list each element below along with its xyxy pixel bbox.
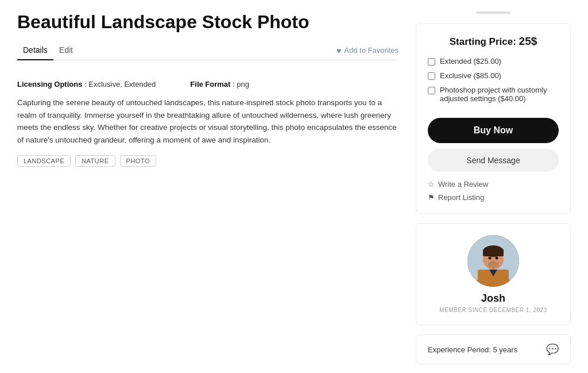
- seller-since: MEMBER SINCE DECEMBER 1, 2023: [439, 307, 547, 313]
- tabs-bar: Details Edit ♥ Add to Favorites: [17, 41, 399, 60]
- svg-point-42: [489, 257, 492, 260]
- tag-nature[interactable]: NATURE: [75, 155, 115, 167]
- scroll-indicator: [476, 11, 510, 14]
- write-review-link[interactable]: ☆ Write a Review: [428, 180, 559, 189]
- svg-point-43: [496, 257, 498, 260]
- licensing-options: Licensing Options : Exclusive, Extended: [17, 80, 156, 89]
- action-links: ☆ Write a Review ⚑ Report Listing: [428, 180, 559, 202]
- option-extended-label: Extended ($25.00): [440, 57, 501, 66]
- flag-icon: ⚑: [428, 193, 435, 202]
- add-to-favorites-button[interactable]: ♥ Add to Favorites: [336, 46, 399, 55]
- seller-avatar: [467, 235, 519, 287]
- seller-card: Josh MEMBER SINCE DECEMBER 1, 2023: [416, 223, 571, 325]
- meta-row: Licensing Options : Exclusive, Extended …: [17, 80, 399, 89]
- starting-price: Starting Price: 25$: [428, 35, 559, 48]
- option-photoshop: Photoshop project with customly adjusted…: [428, 86, 559, 103]
- option-exclusive-label: Exclusive ($85.00): [440, 71, 501, 80]
- sidebar: Starting Price: 25$ Extended ($25.00) Ex…: [416, 11, 571, 364]
- svg-point-45: [492, 260, 494, 263]
- option-photoshop-label: Photoshop project with customly adjusted…: [440, 86, 559, 103]
- heart-icon: ♥: [336, 46, 341, 55]
- option-exclusive: Exclusive ($85.00): [428, 71, 559, 80]
- tag-photo[interactable]: PHOTO: [120, 155, 156, 167]
- chat-bubble-icon: 💬: [546, 343, 559, 356]
- seller-name: Josh: [481, 293, 505, 305]
- star-icon: ☆: [428, 180, 435, 189]
- main-content: Beautiful Landscape Stock Photo Details …: [17, 11, 399, 364]
- checkbox-photoshop[interactable]: [428, 87, 435, 94]
- experience-row: Experience Period: 5 years 💬: [416, 334, 571, 364]
- send-message-button[interactable]: Send Message: [428, 149, 559, 172]
- file-format: File Format : png: [190, 80, 249, 89]
- report-listing-link[interactable]: ⚑ Report Listing: [428, 193, 559, 202]
- checkbox-extended[interactable]: [428, 58, 435, 66]
- svg-rect-41: [483, 249, 504, 256]
- checkbox-exclusive[interactable]: [428, 72, 435, 80]
- product-description: Capturing the serene beauty of untouched…: [17, 97, 399, 146]
- purchase-card: Starting Price: 25$ Extended ($25.00) Ex…: [416, 23, 571, 214]
- option-extended: Extended ($25.00): [428, 57, 559, 66]
- tags-row: LANDSCAPE NATURE PHOTO: [17, 155, 399, 167]
- product-title: Beautiful Landscape Stock Photo: [17, 11, 399, 33]
- tag-landscape[interactable]: LANDSCAPE: [17, 155, 71, 167]
- buy-now-button[interactable]: Buy Now: [428, 118, 559, 143]
- tab-details[interactable]: Details: [17, 41, 53, 60]
- tab-edit[interactable]: Edit: [53, 41, 79, 60]
